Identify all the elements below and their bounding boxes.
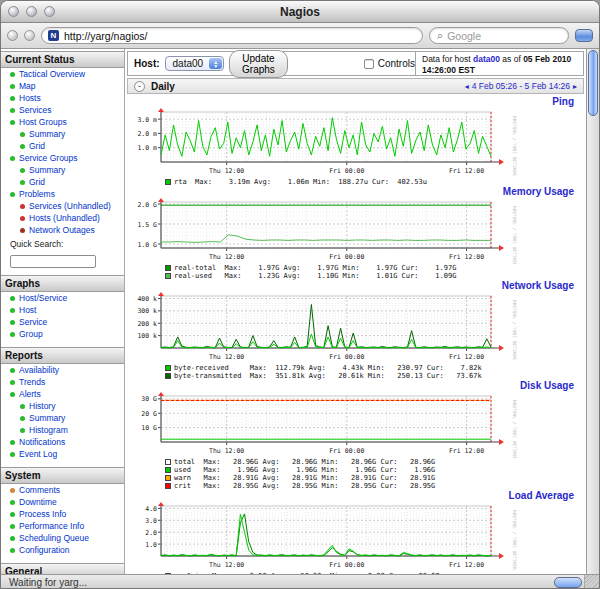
sidebar-item-summary[interactable]: Summary bbox=[1, 164, 124, 176]
horizontal-scrollbar-thumb[interactable] bbox=[554, 577, 582, 588]
sidebar-item-label: Event Log bbox=[19, 449, 57, 459]
next-period-arrow[interactable]: ▸ bbox=[573, 82, 577, 91]
sidebar-item-history[interactable]: History bbox=[1, 400, 124, 412]
controls-checkbox[interactable] bbox=[364, 59, 374, 69]
update-graphs-button[interactable]: Update Graphs bbox=[229, 50, 288, 78]
sidebar-item-tactical-overview[interactable]: Tactical Overview bbox=[1, 68, 124, 80]
sidebar-item-map[interactable]: Map bbox=[1, 80, 124, 92]
sidebar-item-label: Availability bbox=[19, 365, 59, 375]
sidebar-item-service[interactable]: Service bbox=[1, 316, 124, 328]
bullet-icon bbox=[10, 488, 15, 493]
minimize-window-button[interactable] bbox=[26, 6, 37, 17]
sidebar-item-services[interactable]: Services bbox=[1, 104, 124, 116]
sidebar-item-host-groups[interactable]: Host Groups bbox=[1, 116, 124, 128]
bullet-icon bbox=[10, 536, 15, 541]
sidebar-item-host[interactable]: Host bbox=[1, 304, 124, 316]
sidebar-item-grid[interactable]: Grid bbox=[1, 176, 124, 188]
sidebar-item-grid[interactable]: Grid bbox=[1, 140, 124, 152]
sidebar-item-hosts[interactable]: Hosts bbox=[1, 92, 124, 104]
sidebar-item-label: Hosts bbox=[19, 93, 41, 103]
bullet-icon bbox=[10, 108, 15, 113]
sidebar-section-reports: Reports bbox=[1, 347, 124, 364]
toolbar-right-button[interactable] bbox=[575, 29, 593, 42]
toolbar-button-1[interactable] bbox=[7, 30, 18, 41]
bullet-icon bbox=[10, 156, 15, 161]
sidebar-item-label: Host Groups bbox=[19, 117, 67, 127]
bullet-icon bbox=[20, 404, 25, 409]
svg-text:RRDTOOL / TOBI OETIKER: RRDTOOL / TOBI OETIKER bbox=[512, 510, 517, 570]
prev-period-arrow[interactable]: ◂ bbox=[465, 82, 469, 91]
sidebar-item-configuration[interactable]: Configuration bbox=[1, 544, 124, 556]
search-field[interactable]: ⌕ Google bbox=[429, 27, 569, 44]
sidebar-item-alerts[interactable]: Alerts bbox=[1, 388, 124, 400]
host-select[interactable]: data00 ▲▼ bbox=[165, 56, 225, 71]
site-favicon-icon: N bbox=[48, 30, 59, 41]
svg-text:Fri 00:00: Fri 00:00 bbox=[329, 353, 364, 361]
graph-canvas-network-usage: Thu 12:00Fri 00:00Fri 12:00100 k200 k300… bbox=[131, 292, 519, 364]
sidebar-item-performance-info[interactable]: Performance Info bbox=[1, 520, 124, 532]
legend-memory-usage-real-total: real-total Max: 1.97G Avg: 1.97G Min: 1.… bbox=[165, 264, 584, 272]
svg-text:Fri 12:00: Fri 12:00 bbox=[449, 353, 484, 361]
sidebar-item-downtime[interactable]: Downtime bbox=[1, 496, 124, 508]
sidebar-item-group[interactable]: Group bbox=[1, 328, 124, 340]
select-arrows-icon: ▲▼ bbox=[209, 58, 222, 69]
sidebar-item-problems[interactable]: Problems bbox=[1, 188, 124, 200]
sidebar-item-label: Process Info bbox=[19, 509, 66, 519]
sidebar-item-summary[interactable]: Summary bbox=[1, 412, 124, 424]
sidebar-item-services-unhandled[interactable]: Services (Unhandled) bbox=[1, 200, 124, 212]
sidebar-item-histogram[interactable]: Histogram bbox=[1, 424, 124, 436]
sidebar-item-process-info[interactable]: Process Info bbox=[1, 508, 124, 520]
browser-toolbar: N http://yarg/nagios/ ⌕ Google bbox=[1, 23, 599, 49]
sidebar-item-scheduling-queue[interactable]: Scheduling Queue bbox=[1, 532, 124, 544]
legend-swatch-icon bbox=[165, 373, 171, 379]
legend-disk-usage-warn: warn Max: 28.91G Avg: 28.91G Min: 28.91G… bbox=[165, 474, 584, 482]
sidebar-item-summary[interactable]: Summary bbox=[1, 128, 124, 140]
window-titlebar[interactable]: Nagios bbox=[1, 1, 599, 23]
search-icon: ⌕ bbox=[437, 30, 443, 41]
host-bar: Host: data00 ▲▼ Update Graphs Controls D… bbox=[127, 51, 584, 76]
sidebar-item-notifications[interactable]: Notifications bbox=[1, 436, 124, 448]
zoom-window-button[interactable] bbox=[44, 6, 55, 17]
sidebar-item-network-outages[interactable]: Network Outages bbox=[1, 224, 124, 236]
sidebar-item-comments[interactable]: Comments bbox=[1, 484, 124, 496]
graph-canvas-disk-usage: Thu 12:00Fri 00:00Fri 12:0010 G20 G30 GR… bbox=[131, 392, 519, 458]
svg-text:Fri 12:00: Fri 12:00 bbox=[449, 167, 484, 175]
svg-text:Thu 12:00: Thu 12:00 bbox=[209, 353, 244, 361]
bullet-icon bbox=[10, 392, 15, 397]
legend-text: byte-received Max: 112.79k Avg: 4.43k Mi… bbox=[174, 364, 482, 372]
legend-swatch-icon bbox=[165, 475, 171, 481]
svg-text:Fri 00:00: Fri 00:00 bbox=[329, 561, 364, 569]
resize-grip[interactable] bbox=[584, 575, 599, 589]
svg-text:1.0 m: 1.0 m bbox=[137, 144, 157, 152]
sidebar-item-trends[interactable]: Trends bbox=[1, 376, 124, 388]
graph-title-ping: Ping bbox=[127, 96, 584, 108]
graph-block-load-average: Load AverageThu 12:00Fri 00:00Fri 12:001… bbox=[127, 490, 584, 574]
close-window-button[interactable] bbox=[8, 6, 19, 17]
info-hostname: data00 bbox=[473, 54, 500, 64]
collapse-daily-button[interactable]: - bbox=[134, 81, 145, 92]
svg-text:RRDTOOL / TOBI OETIKER: RRDTOOL / TOBI OETIKER bbox=[512, 400, 517, 458]
legend-text: byte-transmitted Max: 351.81k Avg: 20.61… bbox=[174, 372, 482, 380]
sidebar: Current StatusTactical OverviewMapHostsS… bbox=[1, 49, 125, 574]
graphs-area: PingThu 12:00Fri 00:00Fri 12:001.0 m2.0 … bbox=[125, 96, 586, 574]
host-controls: Host: data00 ▲▼ Update Graphs bbox=[128, 50, 294, 78]
quick-search-input[interactable] bbox=[10, 255, 96, 268]
bullet-icon bbox=[10, 296, 15, 301]
sidebar-item-host-service[interactable]: Host/Service bbox=[1, 292, 124, 304]
sidebar-item-hosts-unhandled[interactable]: Hosts (Unhandled) bbox=[1, 212, 124, 224]
sidebar-item-label: Grid bbox=[29, 177, 45, 187]
sidebar-section-graphs: Graphs bbox=[1, 275, 124, 292]
sidebar-item-service-groups[interactable]: Service Groups bbox=[1, 152, 124, 164]
sidebar-item-availability[interactable]: Availability bbox=[1, 364, 124, 376]
sidebar-item-event-log[interactable]: Event Log bbox=[1, 448, 124, 460]
svg-text:400 k: 400 k bbox=[137, 295, 157, 303]
graph-title-memory-usage: Memory Usage bbox=[127, 186, 584, 198]
bullet-icon bbox=[20, 228, 25, 233]
toolbar-button-2[interactable] bbox=[24, 30, 35, 41]
url-field[interactable]: N http://yarg/nagios/ bbox=[41, 27, 423, 44]
svg-text:Fri 12:00: Fri 12:00 bbox=[449, 447, 484, 455]
vertical-scrollbar-thumb[interactable] bbox=[588, 50, 598, 116]
sidebar-item-label: Service bbox=[19, 317, 47, 327]
vertical-scrollbar[interactable] bbox=[586, 49, 599, 574]
legend-network-usage-byte-received: byte-received Max: 112.79k Avg: 4.43k Mi… bbox=[165, 364, 584, 372]
